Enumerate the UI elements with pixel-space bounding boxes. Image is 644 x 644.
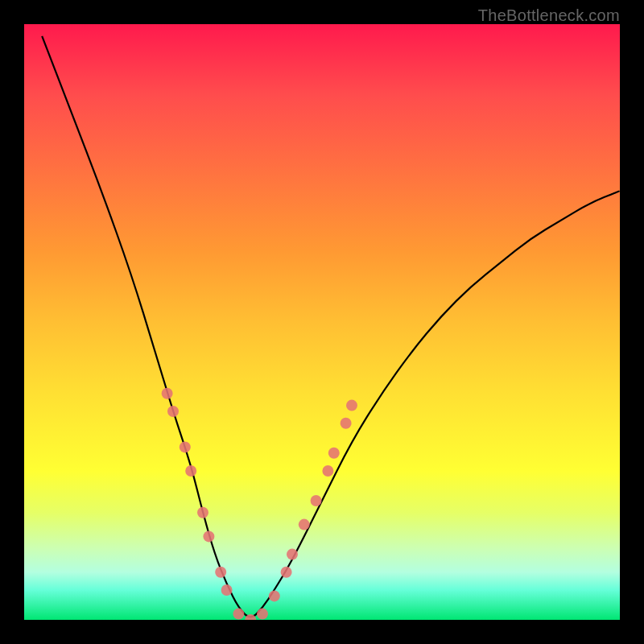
marker-dot <box>269 590 280 601</box>
marker-dot <box>287 549 298 560</box>
chart-plot-area <box>24 24 620 620</box>
marker-dot <box>162 388 173 399</box>
marker-dot <box>322 465 333 477</box>
marker-dot <box>299 519 310 530</box>
watermark-text: TheBottleneck.com <box>478 6 620 25</box>
marker-dot <box>341 418 352 429</box>
bottleneck-curve-line <box>42 36 620 617</box>
marker-dot <box>311 495 322 506</box>
marker-dot <box>185 465 196 477</box>
marker-dot <box>257 609 268 620</box>
marker-dot <box>328 448 340 459</box>
marker-dot <box>281 567 292 578</box>
marker-dot <box>180 441 191 452</box>
marker-dot <box>221 584 233 596</box>
marker-dot <box>197 507 208 518</box>
marker-dot <box>233 609 244 620</box>
marker-dot <box>346 400 357 411</box>
curve-marker-dots <box>162 388 357 620</box>
marker-dot <box>167 406 179 417</box>
chart-svg <box>24 24 620 620</box>
marker-dot <box>215 567 226 578</box>
marker-dot <box>203 530 214 542</box>
